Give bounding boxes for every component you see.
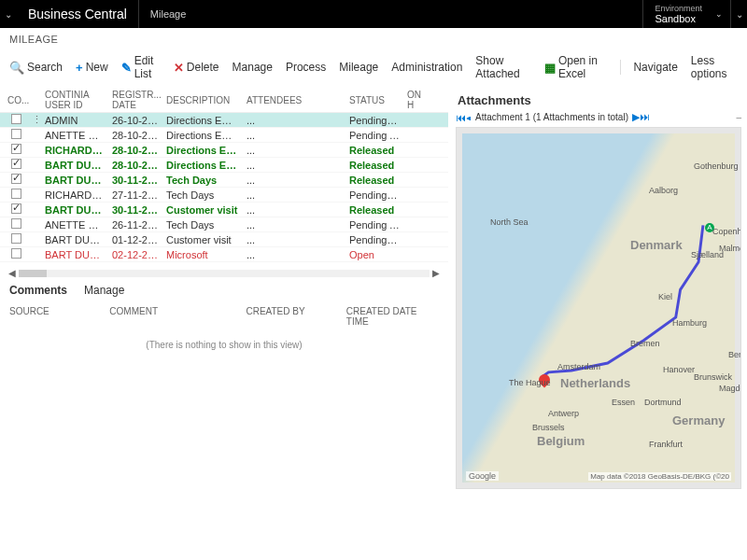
- search-icon: 🔍: [9, 61, 24, 75]
- row-menu-icon[interactable]: ⋮: [32, 114, 41, 125]
- map-country-label: Denmark: [630, 238, 683, 252]
- table-row[interactable]: BART DUNC...28-10-2020Directions EMEA...…: [0, 158, 448, 173]
- comments-header: SOURCE COMMENT CREATED BY CREATED DATE T…: [0, 301, 448, 332]
- scroll-left-icon[interactable]: ◀: [6, 268, 19, 278]
- col-onh[interactable]: ON H: [403, 90, 426, 110]
- cell-attendees: ...: [243, 115, 345, 126]
- map-label: Essen: [612, 398, 635, 407]
- topbar-caret-icon[interactable]: ⌄: [730, 0, 747, 28]
- cell-status: Released: [345, 160, 403, 171]
- cell-user: RICHARD LUM: [41, 189, 108, 201]
- new-action[interactable]: +New: [76, 61, 108, 75]
- col-source[interactable]: SOURCE: [9, 306, 91, 327]
- col-attendees[interactable]: ATTENDEES: [243, 95, 345, 105]
- table-row[interactable]: RICHARD LUM27-11-2020Tech Days...Pending…: [0, 188, 448, 203]
- environment-label: Environment: [655, 4, 702, 13]
- map-label: Hanover: [663, 365, 695, 374]
- toolbar-separator: [620, 60, 621, 75]
- manage-action[interactable]: Manage: [233, 61, 273, 74]
- edit-list-action[interactable]: ✎Edit List: [121, 54, 161, 80]
- cell-user: RICHARD L...: [41, 145, 108, 156]
- map-label: Hamburg: [672, 318, 707, 328]
- map-label: Bremen: [630, 339, 660, 348]
- map-label: Antwerp: [548, 409, 579, 418]
- show-attached-action[interactable]: Show Attached: [475, 54, 531, 80]
- mileage-action[interactable]: Mileage: [339, 61, 378, 74]
- cell-desc: Tech Days: [162, 189, 243, 201]
- col-desc[interactable]: DESCRIPTION: [162, 95, 243, 105]
- cell-user: BART DUNC...: [41, 204, 108, 216]
- tab-comments[interactable]: Comments: [9, 284, 67, 297]
- map-label: Copenhagen: [712, 227, 741, 236]
- col-status[interactable]: STATUS: [345, 95, 403, 105]
- table-row[interactable]: ⋮ADMIN26-10-2020Directions EMEA...Pendin…: [0, 113, 448, 128]
- administration-action[interactable]: Administration: [391, 61, 462, 74]
- map-label: Brussels: [532, 423, 565, 432]
- row-checkbox[interactable]: [11, 174, 21, 184]
- delete-icon: ✕: [174, 61, 184, 75]
- delete-action[interactable]: ✕Delete: [174, 61, 219, 75]
- nav-first-icon[interactable]: ⏮◀: [456, 112, 472, 123]
- map-label: Gothenburg: [694, 161, 739, 171]
- attachments-title: Attachments: [456, 88, 741, 111]
- cell-attendees: ...: [243, 249, 345, 260]
- navigate-action[interactable]: Navigate: [633, 61, 677, 74]
- back-caret-icon[interactable]: ⌄: [0, 9, 17, 20]
- cell-user: ADMIN: [41, 115, 108, 126]
- scroll-right-icon[interactable]: ▶: [430, 268, 443, 278]
- module-title[interactable]: Mileage: [139, 8, 198, 20]
- cell-status: Pending Ap...: [345, 219, 403, 231]
- table-row[interactable]: ANETTE HILL26-11-2020Tech Days...Pending…: [0, 217, 448, 232]
- row-checkbox[interactable]: [11, 248, 21, 259]
- open-excel-action[interactable]: ▦Open in Excel: [544, 54, 607, 80]
- mileage-grid: CO... CONTINIA USER ID REGISTR... DATE D…: [0, 88, 448, 262]
- row-checkbox[interactable]: [11, 114, 21, 124]
- search-action[interactable]: 🔍Search: [9, 61, 63, 75]
- table-row[interactable]: RICHARD L...28-10-2020Directions EMEA...…: [0, 143, 448, 158]
- map-label: Kiel: [658, 292, 672, 301]
- row-checkbox[interactable]: [11, 129, 21, 139]
- cell-date: 30-11-2020: [108, 204, 162, 216]
- row-checkbox[interactable]: [11, 233, 21, 244]
- col-created-by[interactable]: CREATED BY: [246, 306, 327, 327]
- cell-user: BART DUNCAN: [41, 249, 108, 260]
- plus-icon: +: [76, 61, 83, 75]
- tab-manage[interactable]: Manage: [84, 284, 124, 297]
- nav-last-icon[interactable]: ▶⏭: [632, 111, 650, 123]
- app-title[interactable]: Business Central: [17, 0, 139, 28]
- map-attribution: Map data ©2018 GeoBasis-DE/BKG (©20: [588, 472, 731, 481]
- cell-user: BART DUNC...: [41, 160, 108, 171]
- table-row[interactable]: BART DUNCAN02-12-2020Microsoft...Open: [0, 247, 448, 262]
- row-checkbox[interactable]: [11, 159, 21, 169]
- col-co[interactable]: CO...: [4, 95, 28, 105]
- col-created-dt[interactable]: CREATED DATE TIME: [346, 306, 439, 327]
- col-comment[interactable]: COMMENT: [109, 306, 227, 327]
- table-row[interactable]: BART DUNC...30-11-2020Tech Days...Releas…: [0, 173, 448, 188]
- cell-date: 30-11-2020: [108, 175, 162, 186]
- cell-status: Released: [345, 145, 403, 156]
- attachment-counter: Attachment 1 (1 Attachments in total): [475, 112, 628, 122]
- cell-desc: Directions EMEA: [162, 130, 243, 141]
- environment-picker[interactable]: Environment Sandbox ⌄: [642, 0, 730, 28]
- table-row[interactable]: BART DUNC...30-11-2020Customer visit...R…: [0, 203, 448, 217]
- row-checkbox[interactable]: [11, 144, 21, 154]
- row-checkbox[interactable]: [11, 189, 21, 199]
- col-user[interactable]: CONTINIA USER ID: [41, 90, 108, 110]
- map-attachment[interactable]: A North Sea Gothenburg Aalborg Copenhage…: [456, 127, 741, 489]
- less-options-action[interactable]: Less options: [691, 54, 738, 80]
- horizontal-scrollbar[interactable]: ◀ ▶: [6, 268, 443, 278]
- map-country-label: Netherlands: [560, 376, 630, 390]
- cell-user: BART DUNC...: [41, 175, 108, 186]
- attachment-minimize[interactable]: –: [736, 112, 741, 122]
- cell-status: Open: [345, 249, 403, 260]
- chevron-down-icon: ⌄: [715, 9, 723, 19]
- table-row[interactable]: ANETTE HILL28-10-2020Directions EMEA...P…: [0, 128, 448, 143]
- cell-user: ANETTE HILL: [41, 219, 108, 231]
- col-date[interactable]: REGISTR... DATE: [108, 90, 162, 110]
- table-row[interactable]: BART DUNCAN01-12-2020Customer visit...Pe…: [0, 232, 448, 247]
- row-checkbox[interactable]: [11, 218, 21, 229]
- process-action[interactable]: Process: [286, 61, 326, 74]
- cell-attendees: ...: [243, 234, 345, 245]
- environment-value: Sandbox: [655, 13, 702, 24]
- row-checkbox[interactable]: [11, 203, 21, 214]
